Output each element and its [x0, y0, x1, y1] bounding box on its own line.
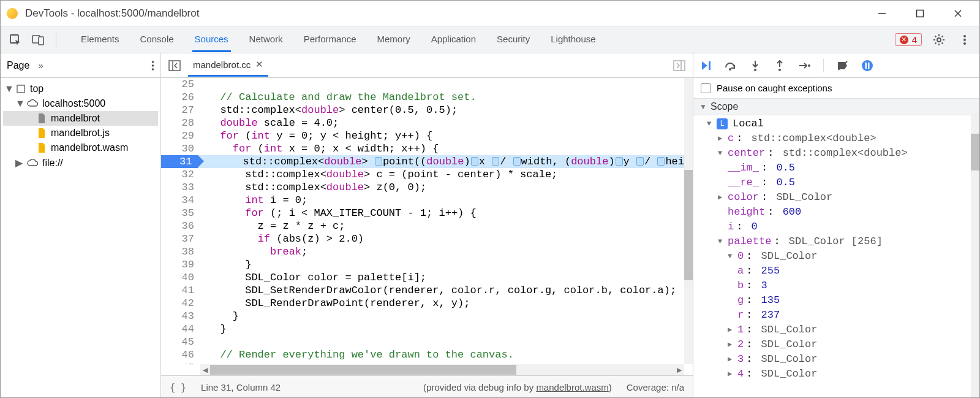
code-line-39[interactable]: 39 } [161, 258, 684, 271]
code-line-27[interactable]: 27 std::complex<double> center(0.5, 0.5)… [161, 104, 684, 117]
scope-section-header[interactable]: ▼Scope [693, 98, 979, 115]
svg-point-11 [152, 61, 154, 63]
code-line-25[interactable]: 25 [161, 78, 684, 91]
scope-palette-0-g[interactable]: g: 135 [699, 293, 971, 308]
horizontal-scrollbar[interactable]: ◀▶ [200, 364, 684, 375]
code-line-31[interactable]: 31 std::complex<double> point((double)x … [161, 155, 684, 168]
code-line-45[interactable]: 45 [161, 335, 684, 348]
step-into-button[interactable] [748, 59, 762, 72]
code-line-29[interactable]: 29 for (int y = 0; y < height; y++) { [161, 129, 684, 142]
code-line-38[interactable]: 38 break; [161, 245, 684, 258]
script-icon [36, 142, 47, 153]
tree-file-mandelbrot-wasm[interactable]: mandelbrot.wasm [3, 140, 158, 155]
code-line-40[interactable]: 40 SDL_Color color = palette[i]; [161, 271, 684, 284]
source-editor[interactable]: 2526 // Calculate and draw the Mandelbro… [161, 78, 684, 364]
navigator-tab-page[interactable]: Page [7, 60, 29, 71]
code-line-30[interactable]: 30 for (int x = 0; x < width; x++) { [161, 142, 684, 155]
code-line-32[interactable]: 32 std::complex<double> c = (point - cen… [161, 168, 684, 181]
tree-file-scheme[interactable]: ▶ file:// [3, 155, 158, 170]
tree-host[interactable]: ▼ localhost:5000 [3, 96, 158, 111]
code-line-43[interactable]: 43 } [161, 310, 684, 323]
pause-on-exceptions-button[interactable] [861, 59, 874, 72]
step-over-button[interactable] [724, 59, 737, 72]
close-button[interactable] [952, 8, 963, 19]
scope-center-im[interactable]: __im_: 0.5 [699, 161, 971, 175]
tab-console[interactable]: Console [138, 28, 176, 52]
tree-file-label: mandelbrot.wasm [51, 142, 128, 153]
code-line-42[interactable]: 42 SDL_RenderDrawPoint(renderer, x, y); [161, 297, 684, 310]
scope-center-re[interactable]: __re_: 0.5 [699, 175, 971, 190]
scope-palette-1[interactable]: ▶1: SDL_Color [699, 323, 971, 337]
inspect-element-icon[interactable] [7, 31, 24, 48]
scope-palette-3[interactable]: ▶3: SDL_Color [699, 352, 971, 367]
code-line-46[interactable]: 46 // Render everything we've drawn to t… [161, 348, 684, 361]
code-line-37[interactable]: 37 if (abs(z) > 2.0) [161, 232, 684, 245]
pretty-print-icon[interactable]: { } [170, 382, 186, 393]
step-button[interactable] [797, 59, 811, 72]
tab-security[interactable]: Security [494, 28, 532, 52]
code-line-44[interactable]: 44 } [161, 323, 684, 335]
tree-file-mandelbrot[interactable]: mandelbrot [3, 111, 158, 126]
scope-local[interactable]: ▼LLocal [699, 117, 971, 131]
code-line-26[interactable]: 26 // Calculate and draw the Mandelbrot … [161, 91, 684, 104]
tab-memory[interactable]: Memory [375, 28, 413, 52]
svg-point-12 [152, 64, 154, 67]
window-title: DevTools - localhost:5000/mandelbrot [25, 7, 199, 20]
scope-var-i[interactable]: ▶i: 0 [699, 220, 971, 234]
navigator-more-tabs-icon[interactable]: » [38, 60, 43, 71]
scope-scrollbar[interactable] [971, 115, 979, 398]
tree-top[interactable]: ▼ top [3, 82, 158, 96]
tab-elements[interactable]: Elements [78, 28, 122, 52]
navigator-header: Page » [1, 53, 160, 78]
file-tab-mandelbrot-cc[interactable]: mandelbrot.cc ✕ [188, 54, 268, 77]
scope-var-c[interactable]: ▶c: std::complex<double> [699, 131, 971, 146]
toggle-debugger-icon[interactable] [671, 57, 688, 74]
code-line-34[interactable]: 34 int i = 0; [161, 194, 684, 207]
cloud-icon [26, 99, 39, 108]
scope-palette-2[interactable]: ▶2: SDL_Color [699, 337, 971, 352]
pause-exceptions-checkbox[interactable] [701, 83, 710, 93]
scope-var-height[interactable]: ▶height: 600 [699, 205, 971, 220]
toggle-navigator-icon[interactable] [166, 57, 183, 74]
tab-network[interactable]: Network [247, 28, 285, 52]
code-line-41[interactable]: 41 SDL_SetRenderDrawColor(renderer, colo… [161, 284, 684, 297]
pause-exceptions-row[interactable]: Pause on caught exceptions [693, 78, 979, 98]
navigator-menu-icon[interactable] [151, 60, 154, 71]
svg-rect-29 [865, 63, 867, 69]
settings-icon[interactable] [930, 31, 948, 48]
svg-point-28 [862, 60, 873, 71]
scope-palette-0-b[interactable]: b: 3 [699, 278, 971, 293]
scope-var-center[interactable]: ▼center: std::complex<double> [699, 146, 971, 161]
close-tab-icon[interactable]: ✕ [255, 59, 263, 70]
code-line-35[interactable]: 35 for (; i < MAX_ITER_COUNT - 1; i++) { [161, 207, 684, 220]
more-icon[interactable] [956, 31, 973, 48]
tab-application[interactable]: Application [429, 28, 478, 52]
vertical-scrollbar[interactable] [684, 78, 693, 364]
scope-palette-0[interactable]: ▼0: SDL_Color [699, 249, 971, 264]
document-icon [36, 113, 47, 124]
error-count-badge[interactable]: ✕4 [895, 33, 922, 46]
scope-palette-4[interactable]: ▶4: SDL_Color [699, 367, 971, 381]
code-line-36[interactable]: 36 z = z * z + c; [161, 220, 684, 232]
scope-body[interactable]: ▼LLocal ▶c: std::complex<double> ▼center… [693, 115, 971, 398]
code-line-28[interactable]: 28 double scale = 4.0; [161, 117, 684, 129]
device-toolbar-icon[interactable] [30, 31, 47, 48]
minimize-button[interactable] [876, 8, 888, 19]
tab-lighthouse[interactable]: Lighthouse [548, 28, 598, 52]
resume-button[interactable] [699, 59, 713, 72]
tab-performance[interactable]: Performance [301, 28, 359, 52]
step-out-button[interactable] [773, 59, 786, 72]
tree-file-mandelbrot-js[interactable]: mandelbrot.js [3, 126, 158, 140]
scope-palette-0-a[interactable]: a: 255 [699, 264, 971, 278]
scope-palette-0-r[interactable]: r: 237 [699, 308, 971, 323]
code-line-33[interactable]: 33 std::complex<double> z(0, 0); [161, 181, 684, 194]
debuginfo-link[interactable]: mandelbrot.wasm [536, 382, 608, 392]
svg-point-8 [963, 35, 966, 37]
scope-var-color[interactable]: ▶color: SDL_Color [699, 190, 971, 205]
deactivate-breakpoints-button[interactable] [836, 59, 850, 72]
svg-point-24 [778, 69, 781, 71]
scope-var-palette[interactable]: ▼palette: SDL_Color [256] [699, 234, 971, 249]
tree-file-scheme-label: file:// [42, 158, 63, 169]
tab-sources[interactable]: Sources [192, 28, 231, 52]
maximize-button[interactable] [914, 8, 925, 19]
